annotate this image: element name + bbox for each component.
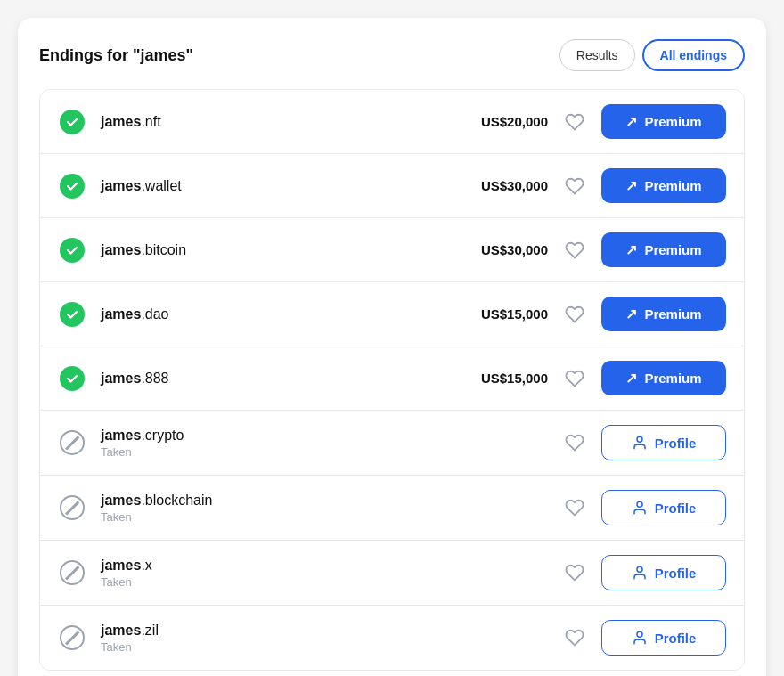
premium-label: Premium: [644, 371, 701, 386]
domain-ext-part: .bitcoin: [141, 242, 186, 257]
results-button[interactable]: Results: [559, 39, 635, 71]
domain-row: james.daoUS$15,000↗Premium: [40, 282, 744, 346]
available-icon: [58, 108, 86, 136]
arrow-icon: ↗: [625, 241, 637, 258]
domain-row: james.888US$15,000↗Premium: [40, 346, 744, 411]
profile-label: Profile: [655, 501, 697, 516]
domain-ext-part: .zil: [141, 623, 159, 638]
domain-price: US$15,000: [450, 371, 548, 386]
profile-user-icon: [632, 565, 648, 581]
premium-label: Premium: [644, 242, 701, 257]
search-term: "james": [133, 46, 193, 64]
profile-user-icon: [632, 630, 648, 646]
premium-label: Premium: [644, 306, 701, 322]
profile-button[interactable]: Profile: [601, 490, 726, 525]
domain-bold-part: james: [101, 178, 141, 193]
premium-button[interactable]: ↗Premium: [601, 104, 726, 139]
svg-point-1: [637, 501, 642, 507]
domain-row: james.xTaken Profile: [40, 541, 744, 606]
favorite-icon[interactable]: [562, 625, 587, 650]
domain-row: james.blockchainTaken Profile: [40, 476, 744, 541]
profile-user-icon: [632, 435, 648, 451]
arrow-icon: ↗: [625, 370, 637, 387]
profile-button[interactable]: Profile: [601, 425, 726, 460]
svg-point-0: [637, 436, 642, 442]
premium-button[interactable]: ↗Premium: [601, 297, 726, 331]
taken-icon: [58, 493, 86, 522]
domain-ext-part: .crypto: [141, 428, 184, 443]
domain-name: james.blockchainTaken: [101, 493, 562, 524]
domain-price: US$30,000: [450, 178, 548, 193]
domain-bold-part: james: [101, 114, 141, 129]
available-icon: [58, 300, 86, 329]
favorite-icon[interactable]: [562, 174, 587, 199]
available-icon: [58, 172, 86, 200]
domain-bold-part: james: [101, 558, 141, 573]
domain-price: US$20,000: [450, 114, 548, 129]
domain-ext-part: .blockchain: [141, 493, 212, 508]
domain-row: james.zilTaken Profile: [40, 606, 744, 670]
domain-bold-part: james: [101, 493, 141, 508]
domain-ext-part: .x: [141, 558, 151, 573]
premium-label: Premium: [644, 114, 701, 129]
domain-bold-part: james: [101, 623, 141, 638]
domain-name: james.wallet: [101, 178, 450, 194]
available-icon: [58, 364, 86, 393]
domain-ext-part: .888: [141, 371, 168, 386]
favorite-icon[interactable]: [562, 495, 587, 520]
premium-button[interactable]: ↗Premium: [601, 232, 726, 267]
domain-name: james.xTaken: [101, 558, 562, 589]
profile-button[interactable]: Profile: [601, 555, 726, 590]
favorite-icon[interactable]: [562, 366, 587, 391]
domain-price: US$30,000: [450, 242, 548, 257]
title-prefix: Endings for: [39, 46, 133, 64]
favorite-icon[interactable]: [562, 560, 587, 585]
profile-user-icon: [632, 500, 648, 516]
premium-label: Premium: [644, 178, 701, 193]
domain-row: james.bitcoinUS$30,000↗Premium: [40, 218, 744, 282]
header: Endings for "james" Results All endings: [39, 39, 745, 71]
domain-name: james.nft: [101, 114, 450, 130]
favorite-icon[interactable]: [562, 238, 587, 263]
domain-ext-part: .dao: [141, 306, 168, 322]
arrow-icon: ↗: [625, 177, 637, 194]
domain-price: US$15,000: [450, 306, 548, 322]
domain-status-text: Taken: [101, 445, 562, 459]
domain-list: james.nftUS$20,000↗Premium james.walletU…: [39, 89, 745, 671]
domain-bold-part: james: [101, 242, 141, 257]
arrow-icon: ↗: [625, 305, 637, 322]
taken-icon: [58, 623, 86, 652]
all-endings-button[interactable]: All endings: [642, 39, 745, 71]
taken-icon: [58, 558, 86, 587]
domain-status-text: Taken: [101, 510, 562, 524]
page-title: Endings for "james": [39, 46, 193, 65]
domain-ext-part: .nft: [141, 114, 160, 129]
domain-bold-part: james: [101, 306, 141, 322]
domain-status-text: Taken: [101, 640, 562, 654]
domain-name: james.bitcoin: [101, 242, 450, 258]
domain-status-text: Taken: [101, 575, 562, 589]
domain-name: james.cryptoTaken: [101, 428, 562, 459]
premium-button[interactable]: ↗Premium: [601, 168, 726, 203]
arrow-icon: ↗: [625, 113, 637, 130]
profile-button[interactable]: Profile: [601, 620, 726, 656]
main-container: Endings for "james" Results All endings …: [18, 18, 766, 676]
profile-label: Profile: [655, 436, 697, 451]
premium-button[interactable]: ↗Premium: [601, 361, 726, 395]
domain-row: james.cryptoTaken Profile: [40, 411, 744, 476]
domain-row: james.nftUS$20,000↗Premium: [40, 90, 744, 154]
header-buttons: Results All endings: [559, 39, 745, 71]
domain-name: james.dao: [101, 306, 450, 322]
domain-name: james.888: [101, 371, 450, 387]
domain-bold-part: james: [101, 428, 141, 443]
favorite-icon[interactable]: [562, 110, 587, 134]
available-icon: [58, 236, 86, 265]
svg-point-2: [637, 566, 642, 572]
profile-label: Profile: [655, 631, 697, 646]
taken-icon: [58, 428, 86, 457]
domain-row: james.walletUS$30,000↗Premium: [40, 154, 744, 218]
profile-label: Profile: [655, 566, 697, 581]
domain-bold-part: james: [101, 371, 141, 386]
favorite-icon[interactable]: [562, 430, 587, 455]
favorite-icon[interactable]: [562, 302, 587, 327]
